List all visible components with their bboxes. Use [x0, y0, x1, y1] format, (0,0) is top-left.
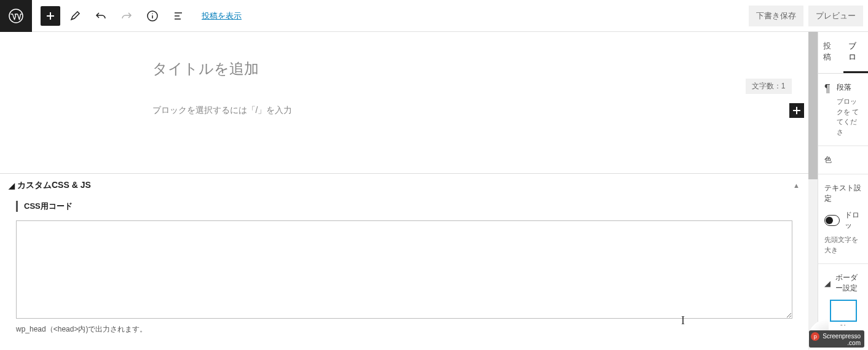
- text-cursor-icon: I: [681, 314, 685, 327]
- view-post-link[interactable]: 投稿を表示: [202, 10, 242, 21]
- save-draft-button[interactable]: 下書き保存: [749, 6, 803, 26]
- border-settings-title: ボーダー設定: [835, 273, 862, 294]
- redo-icon[interactable]: [116, 5, 138, 27]
- css-code-label: CSS用コード: [16, 201, 792, 212]
- outline-icon[interactable]: [167, 5, 189, 27]
- text-settings-title: テキスト設定: [824, 183, 862, 204]
- border-icon: ◢: [824, 279, 831, 288]
- panel-title: カスタムCSS & JS: [17, 180, 91, 191]
- scroll-thumb[interactable]: [808, 32, 818, 179]
- css-hint: wp_head（<head>内)で出力されます。: [16, 324, 792, 335]
- editor-area: タイトルを追加 文字数：1 ブロックを選択するには「/」を入力 ◢ カスタムCS…: [0, 32, 808, 350]
- block-type-desc: ブロックを ててくださ: [837, 96, 862, 137]
- css-code-textarea[interactable]: [16, 220, 792, 319]
- block-placeholder[interactable]: ブロックを選択するには「/」を入力: [152, 105, 293, 116]
- preview-button[interactable]: プレビュー: [808, 6, 863, 26]
- wordpress-logo[interactable]: [0, 0, 32, 32]
- settings-sidebar: 投稿 ブロ ¶ 段落 ブロックを ててくださ 色 テキスト設定 ドロッ 先頭文字…: [818, 32, 868, 350]
- dropcap-desc: 先頭文字を大き: [824, 235, 862, 255]
- word-count-badge: 文字数：1: [746, 79, 792, 94]
- panel-icon: ◢: [9, 181, 15, 190]
- custom-css-panel-header[interactable]: ◢ カスタムCSS & JS ▲: [0, 174, 808, 197]
- color-section[interactable]: 色: [818, 146, 868, 174]
- tab-block[interactable]: ブロ: [843, 32, 869, 73]
- info-icon[interactable]: [141, 5, 164, 27]
- add-block-button[interactable]: [41, 6, 60, 26]
- tab-post[interactable]: 投稿: [818, 32, 843, 73]
- edit-mode-icon[interactable]: [64, 5, 86, 27]
- add-block-inline-button[interactable]: [789, 103, 804, 118]
- title-input[interactable]: タイトルを追加: [152, 59, 657, 79]
- screenpresso-watermark: p Screenpresso .com: [800, 325, 868, 350]
- panel-collapse-icon[interactable]: ▲: [793, 182, 800, 189]
- vertical-scrollbar[interactable]: [808, 32, 818, 350]
- screenpresso-logo-icon: p: [811, 332, 819, 341]
- undo-icon[interactable]: [90, 5, 112, 27]
- border-preset-01[interactable]: [830, 300, 857, 322]
- paragraph-icon: ¶: [824, 82, 831, 95]
- dropcap-label: ドロッ: [845, 210, 862, 231]
- dropcap-toggle[interactable]: [824, 215, 840, 226]
- block-type-name: 段落: [837, 82, 862, 93]
